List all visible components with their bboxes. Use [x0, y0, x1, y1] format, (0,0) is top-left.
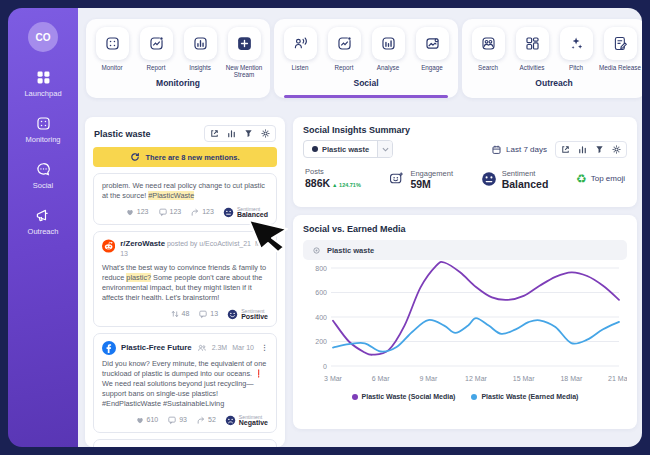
legend-dot-earned: [471, 394, 477, 400]
sentiment-badge: SentimentNegative: [225, 414, 268, 426]
tool-analyse[interactable]: Analyse: [366, 27, 410, 78]
comments-stat[interactable]: 93: [167, 415, 187, 425]
comment-icon: [198, 309, 208, 319]
likes-stat[interactable]: 123: [125, 207, 149, 217]
tool-report-social[interactable]: Report: [322, 27, 366, 78]
sidebar-item-label: Launchpad: [24, 89, 61, 98]
sidebar-item-launchpad[interactable]: Launchpad: [24, 69, 61, 98]
tool-listen[interactable]: Listen: [278, 27, 322, 78]
group-label-monitoring: Monitoring: [90, 78, 266, 93]
legend-earned[interactable]: Plastic Waste (Earned Media): [471, 393, 578, 400]
date-range-selector[interactable]: Last 7 days: [491, 144, 547, 155]
share-icon: [190, 207, 200, 217]
sidebar-item-label: Monitoring: [25, 135, 60, 144]
new-mentions-banner[interactable]: There are 8 new mentions.: [93, 147, 277, 167]
svg-text:200: 200: [315, 338, 327, 345]
kpi-sentiment: Sentiment Balanced: [481, 169, 549, 189]
sentiment-value: Balanced: [502, 179, 549, 189]
comments-stat[interactable]: 13: [198, 309, 218, 319]
people-search-icon: [480, 35, 497, 52]
svg-text:18 Mar: 18 Mar: [560, 375, 582, 382]
heart-icon: [135, 415, 145, 425]
upvote-downvote-icon: [170, 309, 180, 319]
refresh-icon: [130, 152, 140, 162]
feed-title: Plastic waste: [94, 129, 151, 139]
svg-text:21 Mar: 21 Mar: [608, 375, 627, 382]
toolbar-group-monitoring: Monitor Report Insights New Mention Stre…: [86, 19, 270, 98]
sentiment-badge: SentimentBalanced: [223, 206, 268, 218]
export-icon[interactable]: [209, 128, 220, 139]
comments-stat[interactable]: 123: [158, 207, 182, 217]
document-edit-icon: [612, 35, 629, 52]
chart-filter-bar[interactable]: Plastic waste: [303, 240, 627, 260]
feed-actions: [204, 125, 276, 142]
share-stat[interactable]: 52: [196, 415, 216, 425]
facebook-icon: [102, 341, 116, 355]
mention-card[interactable]: problem. We need real policy change to c…: [93, 173, 277, 225]
settings-icon[interactable]: [611, 144, 622, 155]
legend-dot-social: [352, 394, 358, 400]
share-icon: [196, 415, 206, 425]
mention-source: Plastic-Free Future: [121, 343, 192, 353]
activities-icon: [524, 35, 541, 52]
mention-text: Did you know? Every minute, the equivale…: [102, 359, 268, 409]
tool-insights[interactable]: Insights: [178, 27, 222, 78]
mention-text: problem. We need real policy change to c…: [102, 181, 268, 201]
filter-icon[interactable]: [243, 128, 254, 139]
insights-title: Social Insights Summary: [303, 125, 627, 135]
legend-social[interactable]: Plastic Waste (Social Media): [352, 393, 456, 400]
sparkles-icon: [568, 35, 585, 52]
posts-value: 886K: [305, 177, 330, 189]
tool-engage[interactable]: Engage: [410, 27, 454, 78]
posts-trend: ▲ 124.71%: [332, 182, 361, 188]
group-label-social: Social: [278, 78, 454, 93]
insights-actions: [555, 141, 627, 158]
bar-chart-icon[interactable]: [577, 144, 588, 155]
neutral-face-icon: [481, 171, 497, 187]
sidebar-item-outreach[interactable]: Outreach: [28, 207, 59, 236]
topic-dropdown[interactable]: Plastic waste: [303, 140, 393, 158]
kpi-top-emoji: ♻ Top emoji: [576, 173, 625, 185]
tool-search[interactable]: Search: [466, 27, 510, 78]
insights-icon: [192, 35, 209, 52]
mention-card[interactable]: r/ZeroWaste posted by u/EcoActivist_21 M…: [93, 231, 277, 327]
chevron-down-icon: [377, 141, 392, 157]
engagement-icon: [388, 170, 405, 187]
filter-icon[interactable]: [594, 144, 605, 155]
sidebar-item-monitoring[interactable]: Monitoring: [25, 115, 60, 144]
tool-monitor[interactable]: Monitor: [90, 27, 134, 78]
tool-media-release[interactable]: Media Release: [598, 27, 642, 78]
avatar[interactable]: CO: [28, 22, 58, 52]
more-menu-icon[interactable]: ⋮: [261, 343, 268, 353]
comment-icon: [158, 207, 168, 217]
target-icon: [311, 245, 322, 256]
mention-card-clipped[interactable]: [93, 439, 277, 447]
likes-stat[interactable]: 610: [135, 415, 159, 425]
settings-icon[interactable]: [260, 128, 271, 139]
svg-text:12 Mar: 12 Mar: [465, 375, 487, 382]
svg-text:15 Mar: 15 Mar: [513, 375, 535, 382]
chart-panel: Social vs. Earned Media Plastic waste 02…: [293, 215, 637, 429]
toolbar-group-outreach: Search Activities Pitch Media Release Ou…: [462, 19, 642, 98]
votes-stat[interactable]: 48: [170, 309, 190, 319]
mention-text: What's the best way to convince friends …: [102, 263, 268, 303]
svg-text:3 Mar: 3 Mar: [324, 375, 343, 382]
export-icon[interactable]: [560, 144, 571, 155]
recycle-emoji-icon: ♻: [576, 173, 587, 185]
tool-new-mention-stream[interactable]: New Mention Stream: [222, 27, 266, 78]
sidebar-item-label: Outreach: [28, 227, 59, 236]
line-chart: 02004006008003 Mar6 Mar9 Mar12 Mar15 Mar…: [303, 260, 627, 392]
tool-activities[interactable]: Activities: [510, 27, 554, 78]
monitoring-icon: [35, 115, 52, 132]
mention-card[interactable]: Plastic-Free Future 2.3M Mar 10 ⋮ Did yo…: [93, 333, 277, 433]
calendar-icon: [491, 144, 502, 155]
mention-feed-panel: Plastic waste There are 8 new mentions. …: [85, 117, 285, 447]
frown-face-icon: [225, 415, 236, 426]
tool-pitch[interactable]: Pitch: [554, 27, 598, 78]
share-stat[interactable]: 123: [190, 207, 214, 217]
bar-chart-icon[interactable]: [226, 128, 237, 139]
tool-report-monitoring[interactable]: Report: [134, 27, 178, 78]
sidebar-item-social[interactable]: Social: [33, 161, 53, 190]
launchpad-icon: [35, 69, 52, 86]
toolbar-group-social: Listen Report Analyse Engage Social: [274, 19, 458, 98]
